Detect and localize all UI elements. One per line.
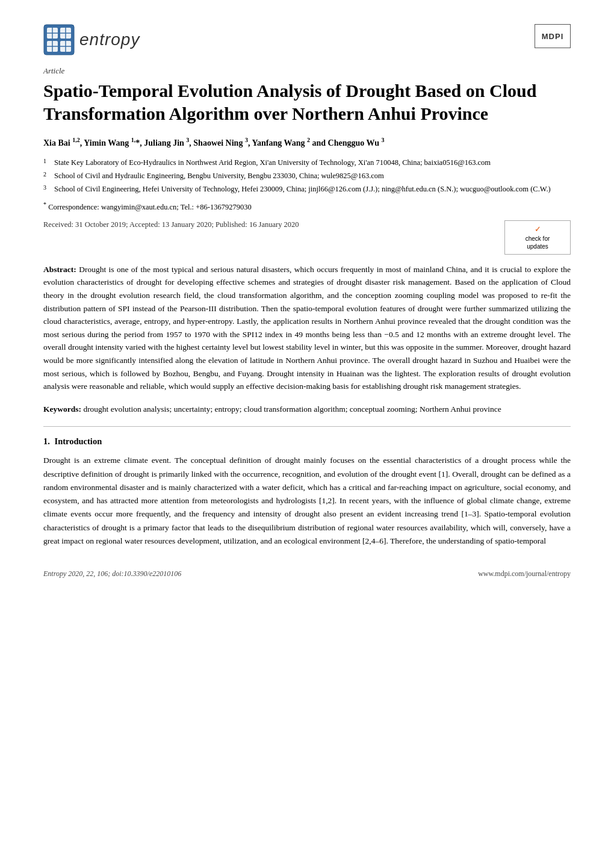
keywords-label: Keywords: — [43, 405, 81, 414]
footer-url: www.mdpi.com/journal/entropy — [478, 569, 571, 578]
correspondence-line: * Correspondence: wangyimin@xaut.edu.cn;… — [43, 201, 571, 212]
dates-row: Received: 31 October 2019; Accepted: 13 … — [43, 220, 571, 255]
keywords-section: Keywords: drought evolution analysis; un… — [43, 403, 571, 416]
check-updates-label: check forupdates — [511, 235, 564, 250]
affiliation-1: 1 State Key Laboratory of Eco-Hydraulics… — [43, 157, 571, 169]
publication-dates: Received: 31 October 2019; Accepted: 13 … — [43, 220, 299, 229]
entropy-logo-icon — [43, 24, 75, 55]
section-divider — [43, 426, 571, 427]
section-1-title: 1. Introduction — [43, 436, 571, 447]
article-title: Spatio-Temporal Evolution Analysis of Dr… — [43, 79, 571, 125]
journal-name: entropy — [79, 30, 140, 49]
badge-top-row: ✓ — [511, 225, 564, 234]
keywords-text: drought evolution analysis; uncertainty;… — [83, 405, 501, 414]
section-1-number: 1. — [43, 436, 50, 446]
affiliation-2: 2 School of Civil and Hydraulic Engineer… — [43, 170, 571, 182]
checkmark-icon: ✓ — [535, 225, 541, 234]
section-1-label: Introduction — [55, 436, 102, 446]
check-for-updates-badge[interactable]: ✓ check forupdates — [504, 220, 571, 255]
affiliation-3: 3 School of Civil Engineering, Hefei Uni… — [43, 183, 571, 195]
page-header: entropy MDPI — [43, 24, 571, 55]
article-type: Article — [43, 66, 571, 76]
abstract-section: Abstract: Drought is one of the most typ… — [43, 263, 571, 393]
authors-line: Xia Bai 1,2, Yimin Wang 1,*, Juliang Jin… — [43, 135, 571, 149]
page-footer: Entropy 2020, 22, 106; doi:10.3390/e2201… — [43, 569, 571, 578]
mdpi-logo: MDPI — [535, 24, 571, 48]
abstract-text: Drought is one of the most typical and s… — [43, 265, 571, 391]
footer-citation: Entropy 2020, 22, 106; doi:10.3390/e2201… — [43, 569, 181, 578]
intro-paragraph-1: Drought is an extreme climate event. The… — [43, 454, 571, 548]
journal-logo: entropy — [43, 24, 140, 55]
affiliations-block: 1 State Key Laboratory of Eco-Hydraulics… — [43, 157, 571, 195]
abstract-label: Abstract: — [43, 265, 76, 274]
